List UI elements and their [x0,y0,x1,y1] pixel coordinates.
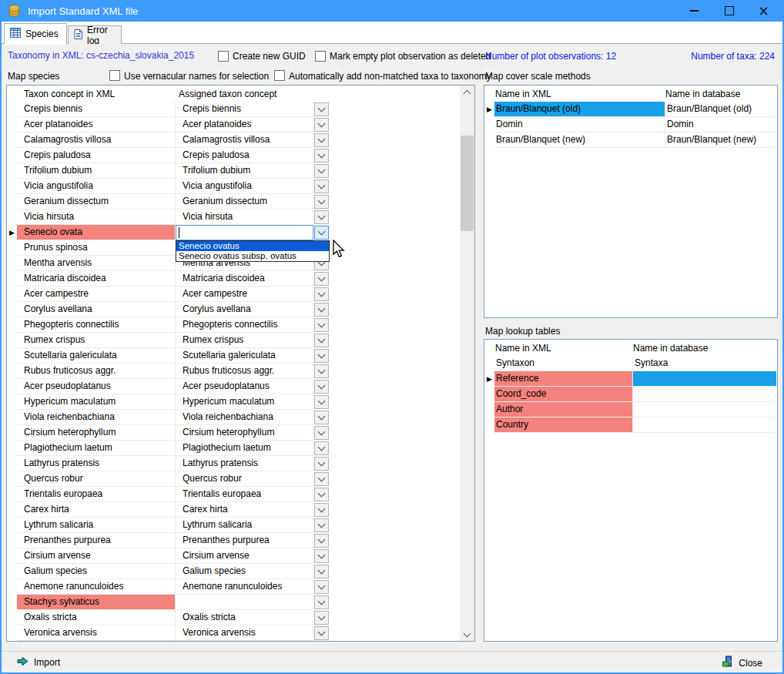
species-row[interactable]: Hypericum maculatumHypericum maculatum [7,394,330,410]
assigned-taxon-cell[interactable]: Quercus robur [176,471,313,487]
taxon-xml-cell[interactable]: Acer campestre [17,287,176,302]
assigned-taxon-cell[interactable]: Corylus avellana [176,302,313,317]
lookup-db-cell[interactable] [633,371,776,387]
dropdown-button[interactable] [313,194,330,210]
mark-empty-checkbox[interactable] [315,51,326,62]
dropdown-option[interactable]: Senecio ovatus [176,241,329,251]
taxon-xml-cell[interactable]: Quercus robur [17,471,176,487]
dropdown-button[interactable] [313,364,330,379]
dropdown-button[interactable] [313,179,330,194]
scrollbar-thumb[interactable] [461,136,474,231]
taxon-xml-cell[interactable]: Geranium dissectum [17,194,176,210]
dropdown-button[interactable] [313,625,330,641]
assigned-taxon-cell[interactable]: Vicia angustifolia [176,179,313,194]
assigned-taxon-cell[interactable]: Lythrum salicaria [176,518,313,533]
assigned-taxon-cell[interactable]: Veronica arvensis [176,625,313,641]
taxon-xml-cell[interactable]: Crepis paludosa [17,148,176,163]
taxon-xml-cell[interactable]: Anemone ranunculoides [17,579,176,595]
dropdown-button[interactable] [313,287,330,302]
assigned-taxon-cell[interactable]: Lathyrus pratensis [176,456,313,471]
dropdown-button[interactable] [313,610,330,625]
assigned-taxon-cell[interactable]: Vicia hirsuta [176,210,313,225]
taxon-xml-cell[interactable]: Phegopteris connectilis [17,317,176,333]
lookup-row[interactable]: Country [484,417,776,433]
dropdown-button[interactable] [313,333,330,348]
species-row[interactable]: Acer pseudoplatanusAcer pseudoplatanus [7,379,330,394]
species-row[interactable]: Trientalis europaeaTrientalis europaea [7,487,330,502]
taxon-xml-cell[interactable]: Lythrum salicaria [17,518,176,533]
species-row[interactable]: Stachys sylvaticus [7,595,330,610]
assigned-taxon-cell[interactable]: Calamagrostis villosa [176,132,313,148]
lookup-db-cell[interactable]: Syntaxa [633,356,776,371]
species-row[interactable]: Rubus fruticosus aggr.Rubus fruticosus a… [7,364,330,379]
species-row[interactable]: ▶Senecio ovata [7,225,330,240]
dropdown-button[interactable] [313,425,330,441]
species-row[interactable]: Veronica arvensisVeronica arvensis [7,625,330,641]
dropdown-button[interactable] [313,394,330,410]
tab-error-log[interactable]: Error log [68,25,122,45]
taxon-xml-cell[interactable]: Crepis biennis [17,102,176,117]
taxon-xml-cell[interactable]: Rubus fruticosus aggr. [17,364,176,379]
cover-db-cell[interactable]: Domin [665,117,776,132]
species-row[interactable]: Calamagrostis villosaCalamagrostis villo… [7,132,330,148]
cover-scale-row[interactable]: Braun/Blanquet (new)Braun/Blanquet (new) [484,132,776,148]
taxon-xml-cell[interactable]: Hypericum maculatum [17,394,176,410]
species-row[interactable]: Geranium dissectumGeranium dissectum [7,194,330,210]
species-row[interactable]: Plagiothecium laetumPlagiothecium laetum [7,441,330,456]
taxon-xml-cell[interactable]: Scutellaria galericulata [17,348,176,364]
taxon-xml-cell[interactable]: Acer platanoides [17,117,176,132]
taxon-xml-cell[interactable]: Cirsium arvense [17,548,176,564]
assigned-taxon-cell[interactable]: Hypericum maculatum [176,394,313,410]
lookup-db-cell[interactable] [633,402,776,417]
cover-scale-row[interactable]: DominDomin [484,117,776,132]
taxon-xml-cell[interactable]: Vicia hirsuta [17,210,176,225]
assigned-taxon-cell[interactable]: Oxalis stricta [176,610,313,625]
scroll-down-button[interactable] [460,628,474,641]
taxon-xml-cell[interactable]: Prunus spinosa [17,240,176,256]
cover-scale-row[interactable]: ▶Braun/Blanquet (old)Braun/Blanquet (old… [484,102,776,117]
cover-db-cell[interactable]: Braun/Blanquet (new) [665,132,776,148]
lookup-xml-cell[interactable]: Country [494,417,633,433]
dropdown-button[interactable] [313,317,330,333]
close-button[interactable]: Close [722,656,762,670]
taxon-xml-cell[interactable]: Plagiothecium laetum [17,441,176,456]
minimize-button[interactable] [677,0,712,22]
cover-xml-cell[interactable]: Braun/Blanquet (new) [494,132,665,148]
dropdown-button[interactable] [313,117,330,132]
dropdown-button[interactable] [313,132,330,148]
species-row[interactable]: Crepis paludosaCrepis paludosa [7,148,330,163]
species-row[interactable]: Prenanthes purpureaPrenanthes purpurea [7,533,330,548]
taxon-xml-cell[interactable]: Trifolium dubium [17,163,176,179]
taxon-xml-cell[interactable]: Trientalis europaea [17,487,176,502]
assigned-taxon-cell[interactable]: Rumex crispus [176,333,313,348]
species-row[interactable]: Oxalis strictaOxalis stricta [7,610,330,625]
species-row[interactable]: Rumex crispusRumex crispus [7,333,330,348]
assigned-taxon-cell[interactable]: Prenanthes purpurea [176,533,313,548]
species-row[interactable]: Galium speciesGalium species [7,564,330,579]
taxon-xml-cell[interactable]: Prenanthes purpurea [17,533,176,548]
cover-xml-cell[interactable]: Domin [494,117,665,132]
taxon-xml-cell[interactable]: Cirsium heterophyllum [17,425,176,441]
lookup-row[interactable]: Coord_code [484,387,776,402]
assigned-taxon-cell[interactable]: Geranium dissectum [176,194,313,210]
lookup-db-cell[interactable] [633,387,776,402]
species-row[interactable]: Acer platanoidesAcer platanoides [7,117,330,132]
lookup-xml-cell[interactable]: Author [494,402,633,417]
cover-db-cell[interactable]: Braun/Blanquet (old) [665,102,776,117]
taxon-xml-cell[interactable]: Senecio ovata [17,225,176,240]
species-row[interactable]: Corylus avellanaCorylus avellana [7,302,330,317]
taxon-xml-cell[interactable]: Viola reichenbachiana [17,410,176,425]
assigned-taxon-cell[interactable]: Cirsium arvense [176,548,313,564]
dropdown-button[interactable] [313,271,330,287]
taxon-xml-cell[interactable]: Carex hirta [17,502,176,518]
dropdown-button[interactable] [313,348,330,364]
dropdown-button[interactable] [313,533,330,548]
assigned-taxon-cell[interactable]: Anemone ranunculoides [176,579,313,595]
assigned-taxon-cell[interactable]: Scutellaria galericulata [176,348,313,364]
assigned-taxon-cell[interactable]: Trientalis europaea [176,487,313,502]
assigned-taxon-cell[interactable]: Acer platanoides [176,117,313,132]
taxon-xml-cell[interactable]: Galium species [17,564,176,579]
lookup-xml-cell[interactable]: Reference [494,371,633,387]
vertical-scrollbar[interactable] [460,86,474,641]
vernacular-names-checkbox[interactable] [109,70,120,81]
